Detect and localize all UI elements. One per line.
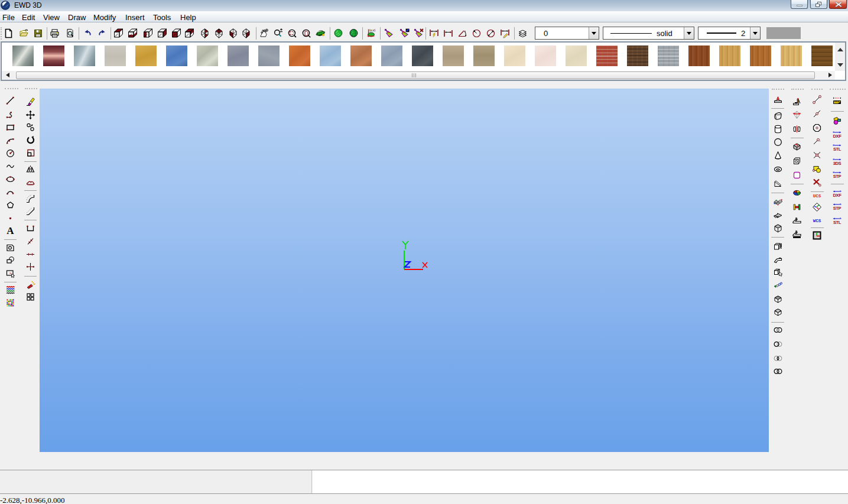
- svg-text:DXF: DXF: [833, 134, 842, 139]
- svg-text:(u,v): (u,v): [369, 28, 376, 32]
- svg-text:DXF: DXF: [833, 193, 842, 198]
- svg-text:3DS: 3DS: [833, 161, 841, 166]
- svg-text:A: A: [7, 226, 14, 236]
- svg-text:WCS: WCS: [813, 219, 821, 223]
- svg-text:UCS: UCS: [813, 194, 821, 199]
- svg-text:STL: STL: [833, 220, 841, 225]
- svg-text:STL: STL: [833, 147, 841, 152]
- svg-text:STP: STP: [833, 174, 841, 179]
- svg-text:STP: STP: [833, 206, 841, 211]
- svg-text:c: c: [819, 139, 821, 142]
